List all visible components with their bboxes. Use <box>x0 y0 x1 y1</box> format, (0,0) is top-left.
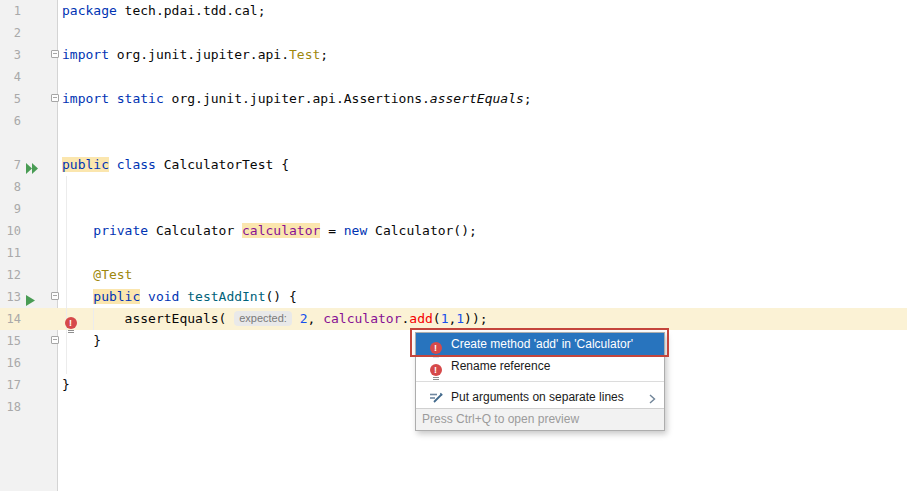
code-line[interactable]: 12 @Test <box>0 264 907 286</box>
code-token: 2 <box>300 311 308 326</box>
popup-menu-item[interactable]: !Create method 'add' in 'Calculator' <box>416 333 664 355</box>
submenu-chevron-icon <box>649 389 656 411</box>
line-number: 13 <box>0 286 21 308</box>
code-token: public <box>93 289 140 304</box>
code-token: org.junit.jupiter.api. <box>109 47 289 62</box>
code-line[interactable] <box>0 132 907 154</box>
code-token <box>140 289 148 304</box>
line-number: 8 <box>0 176 21 198</box>
code-token: ; <box>320 47 328 62</box>
error-bulb-icon: ! <box>429 358 442 381</box>
fold-marker-icon[interactable] <box>51 336 59 344</box>
line-number: 2 <box>0 22 21 44</box>
code-token: @Test <box>93 267 132 282</box>
popup-item-label: Rename reference <box>451 355 550 377</box>
code-line[interactable]: 14! assertEquals( expected: 2, calculato… <box>0 308 907 330</box>
code-token: assertEquals <box>430 91 524 106</box>
popup-item-label: Create method 'add' in 'Calculator' <box>451 333 633 355</box>
code-line[interactable]: 3import org.junit.jupiter.api.Test; <box>0 44 907 66</box>
line-number: 6 <box>0 110 21 132</box>
code-token: add <box>409 311 432 326</box>
code-token <box>109 157 117 172</box>
code-text[interactable]: } <box>62 374 70 396</box>
code-line[interactable]: 9 <box>0 198 907 220</box>
code-line[interactable]: 6 <box>0 110 907 132</box>
code-line[interactable]: 8 <box>0 176 907 198</box>
popup-menu-item[interactable]: !Rename reference <box>416 355 664 377</box>
code-line[interactable]: 2 <box>0 22 907 44</box>
code-token: class <box>117 157 156 172</box>
code-text[interactable]: assertEquals( expected: 2, calculator.ad… <box>62 308 488 330</box>
fold-marker-icon[interactable] <box>51 50 59 58</box>
code-token: = <box>320 223 343 238</box>
code-text[interactable]: import static org.junit.jupiter.api.Asse… <box>62 88 532 110</box>
popup-separator <box>416 381 664 382</box>
code-token: Test <box>289 47 320 62</box>
code-token: private <box>93 223 148 238</box>
code-line[interactable]: 11 <box>0 242 907 264</box>
code-line[interactable]: 5import static org.junit.jupiter.api.Ass… <box>0 88 907 110</box>
code-token: org.junit.jupiter.api.Assertions. <box>164 91 430 106</box>
code-line[interactable]: 4 <box>0 66 907 88</box>
code-text[interactable]: @Test <box>62 264 132 286</box>
code-text[interactable]: public class CalculatorTest { <box>62 154 289 176</box>
code-token: } <box>62 377 70 392</box>
code-line[interactable]: 1package tech.pdai.tdd.cal; <box>0 0 907 22</box>
line-number: 14 <box>0 308 21 330</box>
line-number: 1 <box>0 0 21 22</box>
line-number: 18 <box>0 396 21 418</box>
parameter-hint: expected: <box>234 311 292 326</box>
error-bulb-icon: ! <box>64 317 77 334</box>
code-token <box>62 223 93 238</box>
popup-item-label: Put arguments on separate lines <box>451 386 624 408</box>
line-number: 7 <box>0 154 21 176</box>
code-token: public <box>62 157 109 172</box>
code-line[interactable]: 7public class CalculatorTest { <box>0 154 907 176</box>
code-token: )); <box>464 311 487 326</box>
code-token: void <box>148 289 179 304</box>
code-token: calculator <box>242 223 320 238</box>
fold-marker-icon[interactable] <box>51 94 59 102</box>
line-number: 12 <box>0 264 21 286</box>
line-number <box>0 132 21 154</box>
code-token: } <box>62 333 101 348</box>
line-number: 15 <box>0 330 21 352</box>
line-number: 4 <box>0 66 21 88</box>
line-number: 9 <box>0 198 21 220</box>
code-token: , <box>308 311 324 326</box>
code-token: () { <box>266 289 297 304</box>
code-token <box>62 267 93 282</box>
error-bulb-gutter[interactable]: ! <box>64 311 77 334</box>
intention-actions-popup: !Create method 'add' in 'Calculator'!Ren… <box>415 332 665 431</box>
code-text[interactable]: public void testAddInt() { <box>62 286 297 308</box>
code-token: Calculator(); <box>367 223 477 238</box>
reformat-icon <box>429 389 444 411</box>
code-token: ( <box>433 311 441 326</box>
code-token: import <box>62 47 109 62</box>
line-number: 5 <box>0 88 21 110</box>
line-number: 16 <box>0 352 21 374</box>
popup-footer-hint: Press Ctrl+Q to open preview <box>416 408 664 430</box>
code-line[interactable]: 10 private Calculator calculator = new C… <box>0 220 907 242</box>
line-number: 11 <box>0 242 21 264</box>
line-number: 10 <box>0 220 21 242</box>
line-number: 3 <box>0 44 21 66</box>
code-text[interactable]: import org.junit.jupiter.api.Test; <box>62 44 328 66</box>
code-token: assertEquals( <box>62 311 234 326</box>
code-line[interactable]: 13 public void testAddInt() { <box>0 286 907 308</box>
ide-editor-window: 1package tech.pdai.tdd.cal;23import org.… <box>0 0 907 491</box>
code-text[interactable]: private Calculator calculator = new Calc… <box>62 220 477 242</box>
code-token <box>292 311 300 326</box>
line-number: 17 <box>0 374 21 396</box>
code-token: package <box>62 3 117 18</box>
fold-marker-icon[interactable] <box>51 292 59 300</box>
code-token: import static <box>62 91 164 106</box>
code-token: Calculator <box>148 223 242 238</box>
code-token: calculator <box>323 311 401 326</box>
code-token: new <box>344 223 367 238</box>
code-token: ; <box>524 91 532 106</box>
popup-menu-item[interactable]: Put arguments on separate lines <box>416 386 664 408</box>
code-token: testAddInt <box>187 289 265 304</box>
code-text[interactable]: package tech.pdai.tdd.cal; <box>62 0 266 22</box>
code-token: 1 <box>456 311 464 326</box>
